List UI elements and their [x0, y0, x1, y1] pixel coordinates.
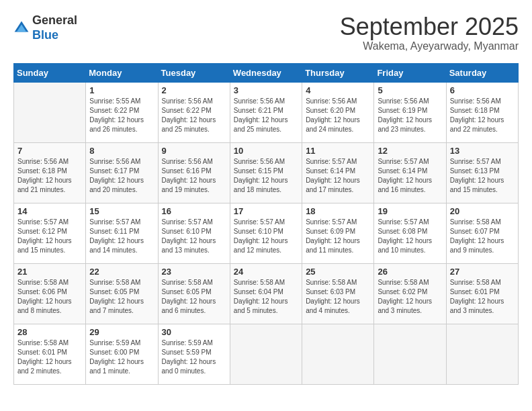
calendar-cell: 10Sunrise: 5:56 AM Sunset: 6:15 PM Dayli… [230, 142, 302, 203]
calendar-week-row: 21Sunrise: 5:58 AM Sunset: 6:06 PM Dayli… [14, 263, 519, 324]
calendar-cell: 5Sunrise: 5:56 AM Sunset: 6:19 PM Daylig… [374, 82, 446, 142]
page-header: General Blue September 2025 Wakema, Ayey… [13, 13, 519, 52]
calendar-cell: 26Sunrise: 5:58 AM Sunset: 6:02 PM Dayli… [374, 263, 446, 324]
day-number: 18 [306, 206, 370, 216]
day-info: Sunrise: 5:58 AM Sunset: 6:07 PM Dayligh… [450, 218, 515, 255]
logo-text: General Blue [32, 13, 77, 42]
calendar-cell: 6Sunrise: 5:56 AM Sunset: 6:18 PM Daylig… [446, 82, 518, 142]
day-info: Sunrise: 5:56 AM Sunset: 6:18 PM Dayligh… [450, 97, 515, 134]
day-number: 23 [162, 267, 226, 277]
day-number: 7 [17, 146, 82, 156]
calendar-cell: 24Sunrise: 5:58 AM Sunset: 6:04 PM Dayli… [230, 263, 302, 324]
calendar-cell: 17Sunrise: 5:57 AM Sunset: 6:10 PM Dayli… [230, 203, 302, 263]
day-number: 21 [17, 267, 82, 277]
day-number: 20 [450, 206, 515, 216]
calendar-cell: 15Sunrise: 5:57 AM Sunset: 6:11 PM Dayli… [86, 203, 158, 263]
calendar-cell: 7Sunrise: 5:56 AM Sunset: 6:18 PM Daylig… [14, 142, 86, 203]
day-number: 5 [378, 85, 442, 95]
day-number: 6 [450, 85, 515, 95]
calendar-week-row: 1Sunrise: 5:55 AM Sunset: 6:22 PM Daylig… [14, 82, 519, 142]
day-info: Sunrise: 5:58 AM Sunset: 6:04 PM Dayligh… [234, 278, 298, 316]
day-number: 29 [89, 327, 154, 337]
day-info: Sunrise: 5:57 AM Sunset: 6:12 PM Dayligh… [17, 218, 82, 255]
calendar-cell: 23Sunrise: 5:58 AM Sunset: 6:05 PM Dayli… [158, 263, 230, 324]
col-header-friday: Friday [374, 63, 446, 82]
day-info: Sunrise: 5:57 AM Sunset: 6:10 PM Dayligh… [162, 218, 226, 255]
day-number: 26 [378, 267, 442, 277]
calendar-week-row: 7Sunrise: 5:56 AM Sunset: 6:18 PM Daylig… [14, 142, 519, 203]
day-info: Sunrise: 5:58 AM Sunset: 6:01 PM Dayligh… [17, 338, 82, 376]
calendar-cell: 21Sunrise: 5:58 AM Sunset: 6:06 PM Dayli… [14, 263, 86, 324]
col-header-sunday: Sunday [14, 63, 86, 82]
day-info: Sunrise: 5:56 AM Sunset: 6:15 PM Dayligh… [234, 157, 298, 195]
col-header-monday: Monday [86, 63, 158, 82]
calendar-cell: 30Sunrise: 5:59 AM Sunset: 5:59 PM Dayli… [158, 324, 230, 384]
calendar-cell: 20Sunrise: 5:58 AM Sunset: 6:07 PM Dayli… [446, 203, 518, 263]
day-number: 15 [89, 206, 154, 216]
day-number: 16 [162, 206, 226, 216]
day-number: 11 [306, 146, 370, 156]
calendar-cell [14, 82, 86, 142]
day-number: 1 [89, 85, 154, 95]
calendar-week-row: 28Sunrise: 5:58 AM Sunset: 6:01 PM Dayli… [14, 324, 519, 384]
day-info: Sunrise: 5:58 AM Sunset: 6:03 PM Dayligh… [306, 278, 370, 316]
calendar-cell [446, 324, 518, 384]
day-number: 8 [89, 146, 154, 156]
day-number: 10 [234, 146, 298, 156]
calendar-cell: 3Sunrise: 5:56 AM Sunset: 6:21 PM Daylig… [230, 82, 302, 142]
calendar-cell: 12Sunrise: 5:57 AM Sunset: 6:14 PM Dayli… [374, 142, 446, 203]
day-info: Sunrise: 5:58 AM Sunset: 6:05 PM Dayligh… [89, 278, 154, 316]
day-info: Sunrise: 5:59 AM Sunset: 5:59 PM Dayligh… [162, 338, 226, 376]
calendar-cell: 16Sunrise: 5:57 AM Sunset: 6:10 PM Dayli… [158, 203, 230, 263]
day-info: Sunrise: 5:58 AM Sunset: 6:06 PM Dayligh… [17, 278, 82, 316]
day-info: Sunrise: 5:58 AM Sunset: 6:01 PM Dayligh… [450, 278, 515, 316]
calendar-week-row: 14Sunrise: 5:57 AM Sunset: 6:12 PM Dayli… [14, 203, 519, 263]
day-number: 17 [234, 206, 298, 216]
calendar-cell: 4Sunrise: 5:56 AM Sunset: 6:20 PM Daylig… [302, 82, 374, 142]
col-header-tuesday: Tuesday [158, 63, 230, 82]
day-number: 19 [378, 206, 442, 216]
month-title: September 2025 [340, 13, 519, 40]
col-header-thursday: Thursday [302, 63, 374, 82]
day-info: Sunrise: 5:57 AM Sunset: 6:14 PM Dayligh… [378, 157, 442, 195]
day-number: 27 [450, 267, 515, 277]
calendar-cell: 27Sunrise: 5:58 AM Sunset: 6:01 PM Dayli… [446, 263, 518, 324]
calendar-header-row: SundayMondayTuesdayWednesdayThursdayFrid… [14, 63, 519, 82]
calendar-cell: 22Sunrise: 5:58 AM Sunset: 6:05 PM Dayli… [86, 263, 158, 324]
col-header-wednesday: Wednesday [230, 63, 302, 82]
day-info: Sunrise: 5:59 AM Sunset: 6:00 PM Dayligh… [89, 338, 154, 376]
day-info: Sunrise: 5:56 AM Sunset: 6:21 PM Dayligh… [234, 97, 298, 134]
day-info: Sunrise: 5:58 AM Sunset: 6:05 PM Dayligh… [162, 278, 226, 316]
day-info: Sunrise: 5:57 AM Sunset: 6:09 PM Dayligh… [306, 218, 370, 255]
day-number: 14 [17, 206, 82, 216]
calendar-cell: 19Sunrise: 5:57 AM Sunset: 6:08 PM Dayli… [374, 203, 446, 263]
day-number: 30 [162, 327, 226, 337]
calendar-cell: 2Sunrise: 5:56 AM Sunset: 6:22 PM Daylig… [158, 82, 230, 142]
col-header-saturday: Saturday [446, 63, 518, 82]
title-block: September 2025 Wakema, Ayeyarwady, Myanm… [340, 13, 519, 52]
day-info: Sunrise: 5:55 AM Sunset: 6:22 PM Dayligh… [89, 97, 154, 134]
day-number: 13 [450, 146, 515, 156]
location: Wakema, Ayeyarwady, Myanmar [340, 40, 519, 52]
calendar-cell: 25Sunrise: 5:58 AM Sunset: 6:03 PM Dayli… [302, 263, 374, 324]
day-info: Sunrise: 5:56 AM Sunset: 6:18 PM Dayligh… [17, 157, 82, 195]
day-info: Sunrise: 5:57 AM Sunset: 6:11 PM Dayligh… [89, 218, 154, 255]
calendar-cell [374, 324, 446, 384]
day-info: Sunrise: 5:56 AM Sunset: 6:20 PM Dayligh… [306, 97, 370, 134]
day-number: 22 [89, 267, 154, 277]
calendar-table: SundayMondayTuesdayWednesdayThursdayFrid… [13, 63, 519, 385]
day-number: 24 [234, 267, 298, 277]
calendar-cell: 1Sunrise: 5:55 AM Sunset: 6:22 PM Daylig… [86, 82, 158, 142]
calendar-cell: 13Sunrise: 5:57 AM Sunset: 6:13 PM Dayli… [446, 142, 518, 203]
day-number: 3 [234, 85, 298, 95]
calendar-cell: 14Sunrise: 5:57 AM Sunset: 6:12 PM Dayli… [14, 203, 86, 263]
day-info: Sunrise: 5:56 AM Sunset: 6:17 PM Dayligh… [89, 157, 154, 195]
day-info: Sunrise: 5:57 AM Sunset: 6:10 PM Dayligh… [234, 218, 298, 255]
calendar-cell: 29Sunrise: 5:59 AM Sunset: 6:00 PM Dayli… [86, 324, 158, 384]
calendar-cell [230, 324, 302, 384]
calendar-cell: 28Sunrise: 5:58 AM Sunset: 6:01 PM Dayli… [14, 324, 86, 384]
day-info: Sunrise: 5:58 AM Sunset: 6:02 PM Dayligh… [378, 278, 442, 316]
calendar-cell: 11Sunrise: 5:57 AM Sunset: 6:14 PM Dayli… [302, 142, 374, 203]
day-number: 25 [306, 267, 370, 277]
day-number: 9 [162, 146, 226, 156]
